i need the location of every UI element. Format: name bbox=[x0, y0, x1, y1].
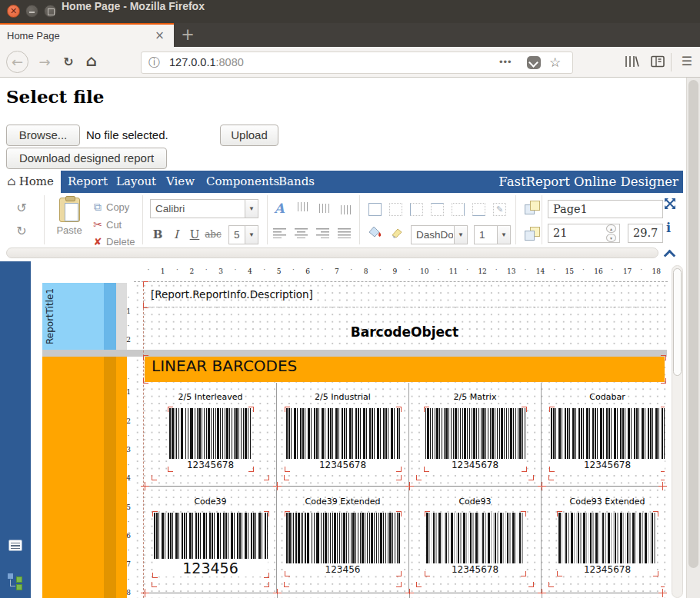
border-right-button[interactable] bbox=[452, 203, 465, 216]
border-all-button[interactable] bbox=[368, 203, 382, 216]
barcode-value: 12345678 bbox=[286, 459, 400, 470]
page-name-input[interactable]: Page1 bbox=[548, 200, 663, 218]
width-stepper[interactable]: ▲ ▼ bbox=[606, 224, 617, 242]
ribbon-scrollbar[interactable] bbox=[6, 248, 658, 258]
bookmark-star-icon[interactable]: ☆ bbox=[549, 52, 561, 73]
menu-tab-home[interactable]: ⌂Home bbox=[0, 171, 61, 193]
barcode-cell[interactable]: 2/5 Interleaved 12345678 bbox=[145, 383, 277, 486]
copy-button[interactable]: ⧉Copy bbox=[91, 201, 140, 214]
border-left-button[interactable] bbox=[410, 203, 423, 216]
home-button[interactable]: ⌂ bbox=[82, 50, 102, 72]
ruler-h-number: 1 bbox=[159, 267, 167, 275]
send-to-back-button[interactable] bbox=[525, 227, 540, 241]
paste-button[interactable]: Paste bbox=[52, 198, 86, 236]
undo-button[interactable]: ↺ bbox=[14, 201, 29, 215]
url-bar[interactable]: ⓘ 127.0.0.1:8080 ••• ☆ bbox=[141, 51, 573, 74]
report-tree-icon[interactable] bbox=[8, 573, 23, 589]
barcode-cell[interactable]: Code39 123456 bbox=[145, 487, 277, 593]
ribbon-collapse-chevron-icon[interactable] bbox=[665, 249, 674, 258]
expand-icon[interactable] bbox=[664, 198, 676, 210]
download-report-button[interactable]: Download designed report bbox=[6, 148, 167, 169]
browser-scrollbar[interactable] bbox=[686, 78, 700, 598]
barcode-object[interactable]: 12345678 bbox=[425, 408, 525, 470]
window-minimize-button[interactable] bbox=[25, 5, 38, 18]
border-bottom-button[interactable] bbox=[472, 203, 485, 216]
band-separator[interactable] bbox=[42, 350, 667, 357]
align-center-button[interactable] bbox=[295, 228, 308, 238]
menu-tab-components[interactable]: Components bbox=[206, 171, 279, 193]
barcode-object[interactable]: 12345678 bbox=[551, 408, 665, 470]
properties-icon[interactable] bbox=[8, 540, 22, 551]
sidebar-toggle-icon[interactable] bbox=[649, 53, 666, 70]
brush-icon[interactable] bbox=[390, 227, 404, 238]
border-none-button[interactable] bbox=[389, 203, 402, 216]
tab-close-icon[interactable]: × bbox=[153, 29, 166, 42]
section-header-bar[interactable]: LINEAR BARCODES bbox=[145, 357, 665, 382]
valign-top-button[interactable] bbox=[297, 202, 310, 214]
menu-tab-view[interactable]: View bbox=[166, 171, 195, 193]
window-maximize-button[interactable] bbox=[44, 5, 57, 18]
border-top-button[interactable] bbox=[431, 203, 444, 216]
menu-tab-layout[interactable]: Layout bbox=[116, 171, 156, 193]
barcode-cell[interactable]: 2/5 Matrix 12345678 bbox=[409, 383, 542, 486]
data-band-header[interactable] bbox=[42, 357, 104, 598]
report-title-text[interactable]: BarcodeObject bbox=[145, 324, 665, 340]
new-tab-button[interactable]: + bbox=[177, 24, 198, 46]
fill-color-icon[interactable] bbox=[368, 226, 383, 239]
description-text-object[interactable]: [Report.ReportInfo.Description] bbox=[145, 283, 666, 307]
border-edit-button[interactable]: ✎ bbox=[493, 203, 506, 216]
line-style-select[interactable]: DashDo ▼ bbox=[411, 225, 468, 244]
menu-tab-report[interactable]: Report bbox=[68, 171, 108, 193]
underline-button[interactable]: U bbox=[186, 225, 203, 244]
browse-button[interactable]: Browse... bbox=[6, 125, 80, 146]
bring-to-front-button[interactable] bbox=[525, 201, 540, 214]
align-justify-button[interactable] bbox=[338, 228, 351, 238]
pocket-icon[interactable] bbox=[527, 56, 541, 69]
reload-button[interactable]: ↻ bbox=[58, 51, 78, 73]
barcode-object[interactable]: 12345678 bbox=[169, 408, 252, 470]
menu-tab-bands[interactable]: Bands bbox=[278, 171, 315, 193]
designer-scrollbar-thumb[interactable] bbox=[673, 268, 682, 376]
barcode-cell[interactable]: Codabar 12345678 bbox=[542, 383, 665, 486]
tab-home-page[interactable]: Home Page × bbox=[0, 23, 174, 47]
barcode-object[interactable]: 12345678 bbox=[426, 513, 525, 575]
barcode-cell[interactable]: Code93 Extended 12345678 bbox=[542, 487, 665, 593]
window-close-button[interactable]: ✕ bbox=[7, 5, 20, 18]
barcode-object[interactable]: 12345678 bbox=[558, 513, 657, 575]
barcode-value: 12345678 bbox=[169, 459, 252, 470]
align-left-button[interactable] bbox=[273, 228, 286, 238]
site-info-icon[interactable]: ⓘ bbox=[148, 55, 160, 70]
strikethrough-button[interactable]: abc bbox=[205, 225, 222, 244]
url-text[interactable]: 127.0.0.1:8080 bbox=[169, 52, 244, 73]
font-color-button[interactable]: A bbox=[271, 199, 288, 218]
cut-button[interactable]: ✂Cut bbox=[91, 218, 140, 231]
redo-button[interactable]: ↻ bbox=[14, 224, 29, 238]
italic-button[interactable]: I bbox=[168, 225, 185, 244]
barcode-object[interactable]: 123456 bbox=[286, 513, 400, 575]
align-right-button[interactable] bbox=[316, 228, 329, 238]
designer-vertical-scrollbar[interactable] bbox=[672, 265, 683, 598]
stepper-down-icon[interactable]: ▼ bbox=[606, 234, 616, 242]
barcode-cell[interactable]: 2/5 Industrial 12345678 bbox=[277, 383, 409, 486]
page-height-input[interactable]: 29.7 bbox=[628, 224, 663, 243]
browser-scrollbar-thumb[interactable] bbox=[688, 80, 698, 568]
font-family-select[interactable]: Calibri ▼ bbox=[150, 199, 258, 218]
stepper-up-icon[interactable]: ▲ bbox=[606, 224, 616, 233]
upload-button[interactable]: Upload bbox=[220, 125, 278, 146]
valign-bottom-button[interactable] bbox=[340, 202, 353, 214]
forward-button[interactable]: → bbox=[35, 51, 55, 73]
hamburger-menu-icon[interactable]: ☰ bbox=[677, 50, 697, 72]
delete-button[interactable]: ✘Delete bbox=[91, 236, 140, 248]
barcode-object[interactable]: 12345678 bbox=[286, 408, 400, 470]
barcode-cell[interactable]: Code39 Extended 123456 bbox=[277, 487, 409, 593]
back-button[interactable]: ← bbox=[6, 51, 28, 73]
line-width-select[interactable]: 1 ▼ bbox=[474, 225, 511, 244]
page-actions-icon[interactable]: ••• bbox=[499, 52, 512, 73]
barcode-cell[interactable]: Code93 12345678 bbox=[409, 487, 542, 593]
barcode-object[interactable]: 123456 bbox=[154, 513, 268, 576]
ruler-h-number: 14 bbox=[536, 267, 544, 275]
valign-middle-button[interactable] bbox=[318, 202, 332, 214]
library-icon[interactable] bbox=[623, 53, 640, 70]
bold-button[interactable]: B bbox=[149, 225, 166, 244]
font-size-select[interactable]: 5 ▼ bbox=[228, 225, 258, 244]
